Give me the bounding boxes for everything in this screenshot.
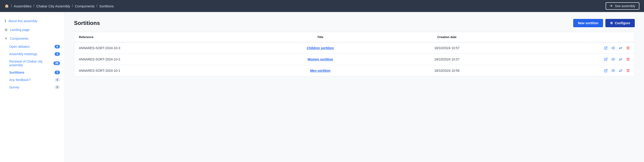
cell-creation-date: 18/10/2024 10:57 [385,54,509,65]
sidebar-item-assembly-meetings[interactable]: Assembly meetings 3 [0,50,64,58]
breadcrumb-chakar[interactable]: Chakar City Assembly [36,4,70,8]
row-actions [513,69,630,73]
configure-button[interactable]: ⚙ Configure [605,19,635,27]
delete-icon[interactable] [626,46,630,50]
configure-icon: ⚙ [610,21,613,25]
sidebar-renewal-label: Renewal of Chakar city assembly [9,60,54,67]
assembly-meetings-badge: 3 [54,52,60,56]
components-icon: ✕ [5,36,8,41]
edit-icon[interactable] [604,46,608,50]
svg-point-1 [621,47,622,48]
sidebar-about-label: About this assembly [8,19,37,23]
permissions-icon[interactable] [619,46,622,50]
sidebar-item-any-feedback[interactable]: Any feedback? 0 [0,76,64,83]
sidebar-open-debates-label: Open debates [9,45,30,48]
sidebar-item-components[interactable]: ✕ Components [0,34,64,43]
renewal-badge: 99 [54,61,60,65]
page-header: Sortitions New sortition ⚙ Configure [74,19,635,27]
sidebar-item-renewal[interactable]: Renewal of Chakar city assembly 99 [0,58,64,69]
sortition-title-link[interactable]: Children sortition [307,46,334,50]
any-feedback-badge: 0 [54,78,60,82]
eye-icon: 👁 [610,4,613,8]
permissions-icon[interactable] [619,69,622,73]
breadcrumb-sortitions: Sortitions [99,4,114,8]
sidebar-item-landing[interactable]: ⊞ Landing page [0,25,64,34]
see-assembly-button[interactable]: 👁 See assembly [606,2,639,10]
sidebar-item-about[interactable]: ℹ About this assembly [0,17,64,25]
sortitions-badge: 3 [54,71,60,74]
col-actions [509,32,634,42]
svg-point-4 [621,58,622,59]
cell-reference: ANNARES-SORT-2024-10-2 [74,54,256,65]
permissions-icon[interactable] [619,58,622,61]
main-content: Sortitions New sortition ⚙ Configure Ref… [65,12,644,162]
col-title: Title [256,32,385,42]
col-creation-date: Creation date [385,32,509,42]
sidebar-components-label: Components [10,37,28,40]
cell-actions [509,65,634,76]
col-reference: Reference [74,32,256,42]
sidebar-sub-items: Open debates 6 Assembly meetings 3 Renew… [0,43,64,91]
new-sortition-button[interactable]: New sortition [573,19,603,27]
cell-reference: ANNARES-SORT-2024-10-1 [74,65,256,76]
row-actions [513,46,630,50]
configure-label: Configure [615,21,630,25]
table-row: ANNARES-SORT-2024-10-3 Children sortitio… [74,42,634,54]
sortitions-table-container: Reference Title Creation date ANNARES-SO… [74,32,635,76]
view-icon[interactable] [612,46,615,50]
sidebar-item-survey[interactable]: Survey 0 [0,83,64,91]
svg-point-6 [613,70,614,71]
sidebar-item-open-debates[interactable]: Open debates 6 [0,43,64,50]
sidebar-item-sortitions[interactable]: Sortitions 3 [0,69,64,76]
open-debates-badge: 6 [54,45,60,48]
sidebar: ℹ About this assembly ⊞ Landing page ✕ C… [0,12,65,162]
view-icon[interactable] [612,58,615,61]
sidebar-landing-label: Landing page [10,28,30,32]
cell-creation-date: 18/10/2024 10:57 [385,42,509,54]
row-actions [513,58,630,61]
cell-title: Men sortition [256,65,385,76]
sortitions-table: Reference Title Creation date ANNARES-SO… [74,32,634,76]
table-row: ANNARES-SORT-2024-10-1 Men sortition 18/… [74,65,634,76]
cell-reference: ANNARES-SORT-2024-10-3 [74,42,256,54]
edit-icon[interactable] [604,69,608,73]
page-title: Sortitions [74,20,100,26]
cell-title: Women sortition [256,54,385,65]
cell-actions [509,54,634,65]
breadcrumb: 🏠 / Assemblies / Chakar City Assembly / … [5,4,114,8]
cell-creation-date: 18/10/2024 10:56 [385,65,509,76]
delete-icon[interactable] [626,58,630,61]
sidebar-assembly-meetings-label: Assembly meetings [9,52,37,56]
table-row: ANNARES-SORT-2024-10-2 Women sortition 1… [74,54,634,65]
view-icon[interactable] [612,69,615,73]
sidebar-sortitions-label: Sortitions [9,71,24,74]
sidebar-survey-label: Survey [9,85,20,89]
top-nav: 🏠 / Assemblies / Chakar City Assembly / … [0,0,644,12]
cell-title: Children sortition [256,42,385,54]
delete-icon[interactable] [626,69,630,73]
header-buttons: New sortition ⚙ Configure [573,19,635,27]
layout: ℹ About this assembly ⊞ Landing page ✕ C… [0,12,644,162]
info-icon: ℹ [5,19,6,23]
svg-point-0 [613,48,614,48]
sortition-title-link[interactable]: Women sortition [308,58,333,61]
svg-point-3 [613,59,614,60]
sortition-title-link[interactable]: Men sortition [310,69,330,73]
table-header-row: Reference Title Creation date [74,32,634,42]
svg-point-7 [621,70,622,70]
breadcrumb-components[interactable]: Components [75,4,94,8]
survey-badge: 0 [54,85,60,89]
home-icon[interactable]: 🏠 [5,4,9,8]
breadcrumb-assemblies[interactable]: Assemblies [14,4,32,8]
edit-icon[interactable] [604,58,608,61]
cell-actions [509,42,634,54]
landing-icon: ⊞ [5,28,8,32]
see-assembly-label: See assembly [615,4,635,8]
sidebar-any-feedback-label: Any feedback? [9,78,31,82]
